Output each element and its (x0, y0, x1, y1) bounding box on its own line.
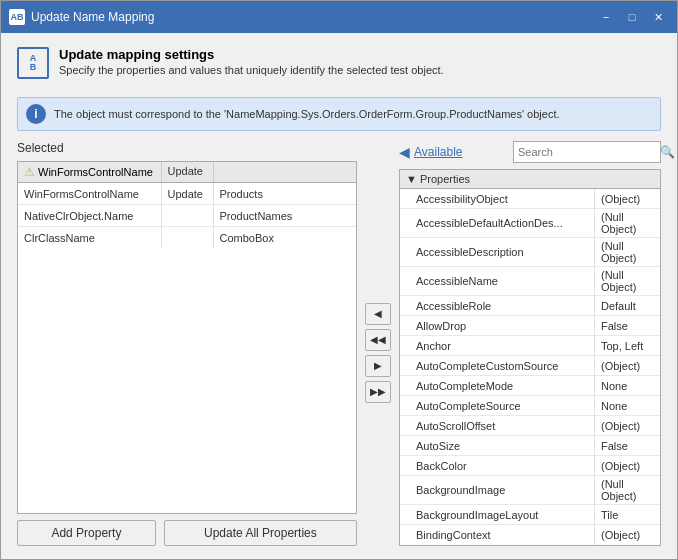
list-item: AutoSize False (400, 436, 660, 456)
prop-value: (Null Object) (595, 209, 660, 237)
right-header: ◀ Available 🔍 (399, 141, 661, 163)
prop-value: (Null Object) (595, 267, 660, 295)
available-label[interactable]: Available (414, 145, 462, 159)
move-right-all-button[interactable]: ▶▶ (365, 381, 391, 403)
list-item: AccessibleDescription (Null Object) (400, 238, 660, 267)
list-item: AutoCompleteSource None (400, 396, 660, 416)
title-bar: AB Update Name Mapping − □ ✕ (1, 1, 677, 33)
selected-table: ⚠ WinFormsControlName Update WinFormsCon… (17, 161, 357, 514)
maximize-button[interactable]: □ (621, 7, 643, 27)
window-icon: AB (9, 9, 25, 25)
cell-value-2: ProductNames (214, 205, 357, 226)
warning-icon: ⚠ (24, 165, 35, 179)
move-left-button[interactable]: ◀ (365, 303, 391, 325)
prop-name: AutoCompleteSource (400, 396, 595, 415)
list-item: AllowDrop False (400, 316, 660, 336)
cell-value-3: ComboBox (214, 227, 357, 249)
cell-update-1: Update (162, 183, 214, 204)
properties-rows[interactable]: AccessibilityObject (Object) AccessibleD… (400, 189, 660, 545)
table-row: WinFormsControlName Update Products (18, 183, 356, 205)
search-input[interactable] (514, 144, 660, 160)
available-nav: ◀ Available (399, 144, 462, 160)
title-bar-left: AB Update Name Mapping (9, 9, 154, 25)
search-box: 🔍 (513, 141, 661, 163)
search-button[interactable]: 🔍 (660, 142, 675, 162)
minimize-button[interactable]: − (595, 7, 617, 27)
list-item: Anchor Top, Left (400, 336, 660, 356)
prop-name: AutoSize (400, 436, 595, 455)
cell-name-3: ClrClassName (18, 227, 162, 249)
list-item: AccessibleRole Default (400, 296, 660, 316)
header-title: Update mapping settings (59, 47, 444, 62)
main-area: Selected ⚠ WinFormsControlName Update Wi… (17, 141, 661, 546)
bottom-buttons-row: Add Property Update All Properties (17, 520, 357, 546)
prop-name: AutoScrollOffset (400, 416, 595, 435)
col-name-label: WinFormsControlName (38, 166, 153, 178)
window-title: Update Name Mapping (31, 10, 154, 24)
table-row: NativeClrObject.Name ProductNames (18, 205, 356, 227)
back-arrow-icon[interactable]: ◀ (399, 144, 410, 160)
list-item: BackColor (Object) (400, 456, 660, 476)
prop-name: AccessibleDescription (400, 238, 595, 266)
prop-value: (Object) (595, 356, 660, 375)
header-section: AB Update mapping settings Specify the p… (17, 47, 661, 87)
prop-name: AutoCompleteCustomSource (400, 356, 595, 375)
prop-value: False (595, 316, 660, 335)
prop-value: None (595, 376, 660, 395)
list-item: BackgroundImageLayout Tile (400, 505, 660, 525)
move-left-all-button[interactable]: ◀◀ (365, 329, 391, 351)
list-item: AccessibleName (Null Object) (400, 267, 660, 296)
table-row: ClrClassName ComboBox (18, 227, 356, 249)
close-button[interactable]: ✕ (647, 7, 669, 27)
cell-name-1: WinFormsControlName (18, 183, 162, 204)
properties-table: ▼ Properties AccessibilityObject (Object… (399, 169, 661, 546)
main-window: AB Update Name Mapping − □ ✕ AB Update m… (0, 0, 678, 560)
prop-value: (Object) (595, 189, 660, 208)
prop-value: False (595, 436, 660, 455)
col-header-value (214, 162, 357, 182)
content-area: AB Update mapping settings Specify the p… (1, 33, 677, 560)
prop-name: AccessibleRole (400, 296, 595, 315)
prop-name: AccessibilityObject (400, 189, 595, 208)
right-panel: ◀ Available 🔍 ▼ Properties Accessibilit (399, 141, 661, 546)
prop-name: BackgroundImage (400, 476, 595, 504)
header-text: Update mapping settings Specify the prop… (59, 47, 444, 76)
col-header-name: ⚠ WinFormsControlName (18, 162, 162, 182)
cell-update-3 (162, 227, 214, 249)
col-header-update: Update (162, 162, 214, 182)
header-ab-icon: AB (17, 47, 49, 79)
prop-value: (Object) (595, 416, 660, 435)
selected-label: Selected (17, 141, 357, 155)
update-all-button[interactable]: Update All Properties (164, 520, 357, 546)
prop-value: (Null Object) (595, 238, 660, 266)
left-panel: Selected ⚠ WinFormsControlName Update Wi… (17, 141, 357, 546)
properties-header: ▼ Properties (400, 170, 660, 189)
prop-name: BindingContext (400, 525, 595, 545)
list-item: BindingContext (Object) (400, 525, 660, 545)
cell-value-1: Products (214, 183, 357, 204)
list-item: AutoScrollOffset (Object) (400, 416, 660, 436)
info-bar: i The object must correspond to the 'Nam… (17, 97, 661, 131)
list-item: AccessibleDefaultActionDes... (Null Obje… (400, 209, 660, 238)
add-property-button[interactable]: Add Property (17, 520, 156, 546)
prop-name: AccessibleDefaultActionDes... (400, 209, 595, 237)
move-right-button[interactable]: ▶ (365, 355, 391, 377)
prop-name: BackColor (400, 456, 595, 475)
prop-value: (Object) (595, 525, 660, 545)
prop-name: AllowDrop (400, 316, 595, 335)
cell-name-2: NativeClrObject.Name (18, 205, 162, 226)
prop-value: Default (595, 296, 660, 315)
list-item: AccessibilityObject (Object) (400, 189, 660, 209)
prop-value: Tile (595, 505, 660, 524)
prop-value: (Null Object) (595, 476, 660, 504)
list-item: AutoCompleteMode None (400, 376, 660, 396)
info-icon: i (26, 104, 46, 124)
prop-name: BackgroundImageLayout (400, 505, 595, 524)
prop-name: AutoCompleteMode (400, 376, 595, 395)
prop-name: AccessibleName (400, 267, 595, 295)
prop-value: None (595, 396, 660, 415)
table-header: ⚠ WinFormsControlName Update (18, 162, 356, 183)
prop-value: Top, Left (595, 336, 660, 355)
prop-name: Anchor (400, 336, 595, 355)
list-item: BackgroundImage (Null Object) (400, 476, 660, 505)
